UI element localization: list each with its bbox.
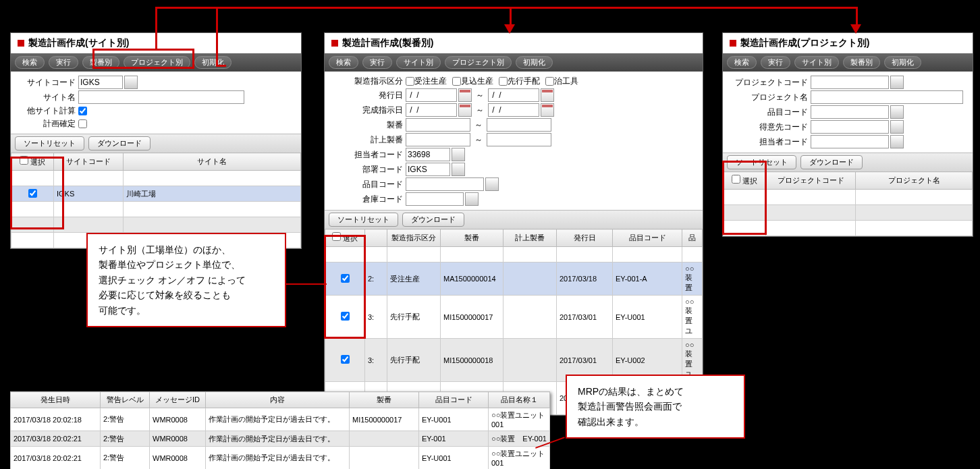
panel-project: 製造計画作成(プロジェクト別) 検索 実行 サイト別 製番別 初期化 プロジェク…: [722, 32, 973, 237]
btn-download[interactable]: ダウンロード: [402, 213, 464, 227]
cell-keijo: [503, 296, 557, 339]
title-text: 製造計画作成(製番別): [342, 37, 433, 49]
callout-line: サイト別（工場単位）のほか、: [99, 242, 274, 257]
grid-row[interactable]: 3: 先行手配 MI1500000017 2017/03/01 EY-U001 …: [325, 296, 703, 339]
cell-msg: 作業計画の開始予定日が過去日です。: [206, 447, 350, 470]
input-tokui[interactable]: [811, 120, 889, 134]
input-projname[interactable]: [811, 90, 963, 104]
calendar-icon[interactable]: [541, 88, 554, 102]
input-tanto[interactable]: [406, 148, 450, 161]
cell-code: EY-U001: [419, 408, 489, 431]
btn-exec[interactable]: 実行: [49, 56, 78, 69]
callout-2: MRPの結果は、まとめて 製造計画警告照会画面で 確認出来ます。: [566, 375, 745, 439]
input-hinmoku[interactable]: [811, 105, 889, 119]
input-tanto[interactable]: [811, 135, 889, 148]
input-seiban-from[interactable]: [406, 118, 470, 132]
cell-name: ○○装置 EY-001: [489, 431, 550, 447]
chk-all[interactable]: [732, 175, 740, 184]
input-seiban-to[interactable]: [487, 118, 551, 132]
input-comp-to[interactable]: [488, 103, 539, 117]
lookup-sitecode[interactable]: [124, 76, 138, 89]
cell-keijo: [503, 263, 557, 296]
col-sel: 選択: [343, 234, 358, 242]
input-sitecode[interactable]: [78, 76, 123, 89]
toolbar: 検索 実行 サイト別 プロジェクト別 初期化: [325, 53, 703, 72]
calendar-icon[interactable]: [541, 103, 554, 117]
warn-row[interactable]: 2017/03/18 20:02:212:警告WMR0008作業計画の開始予定日…: [11, 447, 550, 470]
warn-row[interactable]: 2017/03/18 20:02:212:警告WMR0008作業計画の開始予定日…: [11, 431, 550, 447]
lookup-tokui[interactable]: [890, 120, 904, 134]
callout-1: サイト別（工場単位）のほか、 製番単位やプロジェクト単位で、 選択チェック オン…: [86, 233, 286, 327]
row-chk[interactable]: [341, 312, 350, 321]
opt-mikomi: 見込生産: [461, 76, 493, 87]
warn-row[interactable]: 2017/03/18 20:02:182:警告WMR0008作業計画の開始予定日…: [11, 408, 550, 431]
input-keijo-to[interactable]: [487, 133, 551, 146]
input-busho[interactable]: [406, 163, 450, 176]
label-projname: プロジェクト名: [727, 92, 811, 103]
action-bar: ソートリセット ダウンロード: [723, 153, 973, 171]
cell-seiban: MA1500000014: [441, 263, 503, 296]
input-comp-from[interactable]: [406, 103, 457, 117]
cell-seiban: [350, 431, 419, 447]
chk-jigu[interactable]: [545, 77, 554, 86]
range-sep: ～: [474, 134, 483, 146]
calendar-icon[interactable]: [458, 88, 472, 102]
btn-download[interactable]: ダウンロード: [88, 136, 151, 150]
input-keijo-from[interactable]: [406, 133, 470, 146]
col-projcode: プロジェクトコード: [766, 172, 856, 190]
btn-search[interactable]: 検索: [727, 56, 757, 69]
input-souko[interactable]: [406, 192, 464, 206]
btn-exec[interactable]: 実行: [362, 56, 392, 69]
row-chk[interactable]: [28, 189, 37, 198]
lookup-projcode[interactable]: [890, 76, 904, 89]
btn-init[interactable]: 初期化: [884, 56, 921, 69]
lookup-busho[interactable]: [452, 163, 465, 176]
chk-plan[interactable]: [78, 119, 87, 128]
input-issue-to[interactable]: [488, 88, 539, 102]
btn-sortreset[interactable]: ソートリセット: [727, 155, 796, 169]
grid-row[interactable]: 2: 受注生産 MA1500000014 2017/03/18 EY-001-A…: [325, 263, 703, 296]
lookup-hinmoku[interactable]: [890, 105, 904, 119]
title-icon: [331, 40, 338, 47]
blank-row: [724, 190, 973, 205]
row-chk[interactable]: [341, 274, 350, 283]
btn-search[interactable]: 検索: [15, 56, 45, 69]
grid-row[interactable]: IGKS 川崎工場: [11, 186, 301, 202]
input-issue-from[interactable]: [406, 88, 457, 102]
input-hinmoku[interactable]: [406, 177, 484, 191]
btn-site[interactable]: サイト別: [396, 56, 441, 69]
btn-download[interactable]: ダウンロード: [800, 155, 863, 169]
chk-senkou[interactable]: [499, 77, 508, 86]
chk-other[interactable]: [78, 107, 87, 115]
btn-init[interactable]: 初期化: [516, 56, 553, 69]
chk-all[interactable]: [20, 156, 28, 165]
btn-init[interactable]: 初期化: [194, 56, 232, 69]
btn-project[interactable]: プロジェクト別: [124, 56, 190, 69]
form: プロジェクトコード プロジェクト名 品目コード 得意先コード 担当者コード: [723, 72, 973, 153]
title-text: 製造計画作成(サイト別): [28, 37, 129, 49]
lookup-hinmoku[interactable]: [485, 177, 499, 191]
lookup-tanto[interactable]: [890, 135, 904, 148]
chk-mikomi[interactable]: [452, 77, 461, 86]
btn-seiban[interactable]: 製番別: [82, 56, 119, 69]
input-sitename[interactable]: [78, 90, 244, 104]
btn-seiban[interactable]: 製番別: [843, 56, 880, 69]
btn-exec[interactable]: 実行: [761, 56, 790, 69]
lookup-tanto[interactable]: [452, 148, 465, 161]
btn-search[interactable]: 検索: [329, 56, 358, 69]
chk-juchu[interactable]: [406, 77, 414, 86]
btn-sortreset[interactable]: ソートリセット: [329, 213, 398, 227]
col-n: [365, 229, 387, 247]
cell-name: ○○装置ユ: [682, 296, 703, 339]
lookup-souko[interactable]: [465, 192, 479, 206]
cell-n: 3:: [365, 296, 387, 339]
callout-line: 製造計画警告照会画面で: [578, 399, 733, 414]
chk-all[interactable]: [332, 232, 341, 241]
row-chk[interactable]: [341, 355, 350, 364]
btn-project[interactable]: プロジェクト別: [445, 56, 512, 69]
col-projname: プロジェクト名: [856, 172, 973, 190]
calendar-icon[interactable]: [458, 103, 472, 117]
btn-site[interactable]: サイト別: [794, 56, 839, 69]
input-projcode[interactable]: [811, 76, 889, 89]
btn-sortreset[interactable]: ソートリセット: [15, 136, 84, 150]
